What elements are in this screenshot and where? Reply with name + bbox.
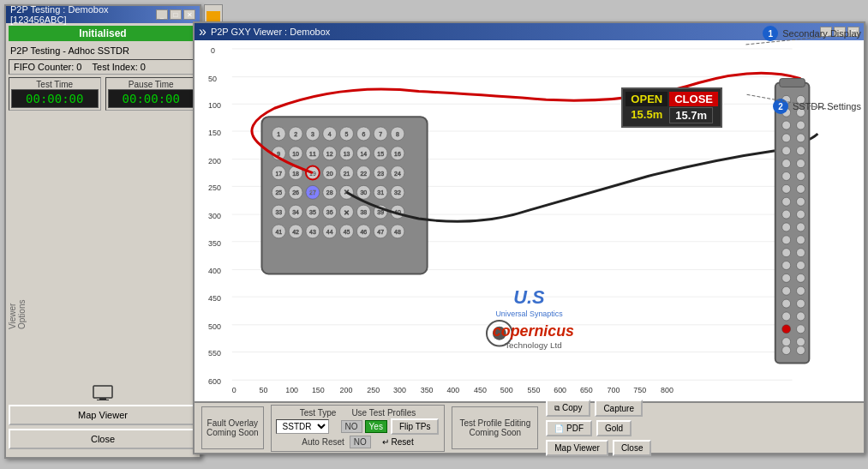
svg-text:750: 750 [633, 386, 646, 394]
svg-text:350: 350 [421, 386, 434, 394]
test-index-label: Test Index: [93, 62, 138, 72]
svg-text:50: 50 [259, 386, 267, 394]
svg-text:450: 450 [208, 294, 221, 303]
svg-text:200: 200 [340, 386, 353, 394]
gxy-close-button[interactable]: Close [613, 440, 652, 456]
gxy-map-viewer-button[interactable]: Map Viewer [546, 440, 608, 456]
svg-text:42: 42 [292, 229, 299, 235]
svg-text:20: 20 [326, 171, 333, 177]
svg-text:10: 10 [292, 151, 299, 157]
svg-rect-0 [93, 386, 112, 398]
main-titlebar: P2P Testing : Demobox [123456ABC] _ □ ✕ [6, 6, 200, 23]
yes-toggle[interactable]: NO [341, 420, 362, 433]
close-label: CLOSE [669, 92, 718, 106]
svg-text:17: 17 [275, 171, 282, 177]
svg-text:6: 6 [362, 131, 365, 137]
svg-text:300: 300 [208, 212, 221, 220]
gold-button[interactable]: Gold [596, 420, 632, 436]
test-profile-section: Test Profile Editing Coming Soon [452, 406, 538, 449]
svg-point-165 [782, 210, 791, 219]
svg-point-160 [797, 172, 805, 181]
oc-values: 15.5m 15.7m [626, 107, 718, 123]
callout-2-number: 2 [773, 99, 788, 114]
svg-text:35: 35 [309, 209, 316, 215]
viewer-options-label: Viewer Options [6, 291, 28, 334]
svg-text:18: 18 [292, 171, 299, 177]
restore-button[interactable]: □ [170, 9, 182, 20]
test-time-value: 00:00:00 [11, 89, 99, 108]
close-button[interactable]: ✕ [183, 9, 195, 20]
fault-overlay-sub: Coming Soon [207, 428, 259, 437]
svg-text:12: 12 [326, 151, 333, 157]
svg-text:13: 13 [344, 151, 350, 157]
pause-time-value: 00:00:00 [108, 89, 195, 108]
open-close-display: OPEN CLOSE 15.5m 15.7m [621, 87, 722, 128]
svg-point-174 [797, 262, 805, 270]
svg-text:16: 16 [394, 151, 401, 157]
svg-text:700: 700 [608, 386, 620, 394]
svg-text:U.S: U.S [513, 286, 545, 308]
svg-text:3: 3 [311, 131, 314, 137]
svg-text:600: 600 [208, 377, 221, 386]
svg-text:550: 550 [208, 349, 221, 358]
pdf-button[interactable]: 📄 PDF [546, 420, 592, 436]
fifo-value: 0 [76, 62, 81, 72]
svg-point-176 [797, 274, 805, 282]
gxy-title: P2P GXY Viewer : Demobox [211, 27, 330, 37]
svg-text:500: 500 [208, 322, 221, 331]
svg-text:350: 350 [208, 239, 221, 248]
svg-text:27: 27 [309, 189, 316, 195]
svg-point-182 [797, 312, 805, 321]
flip-tps-button[interactable]: Flip TPs [391, 418, 440, 435]
capture-button[interactable]: Capture [595, 400, 643, 417]
svg-point-181 [782, 312, 791, 321]
svg-point-151 [782, 121, 791, 129]
svg-rect-2 [97, 400, 109, 400]
svg-text:22: 22 [360, 171, 367, 177]
test-time-label: Test Time [11, 80, 99, 89]
svg-text:21: 21 [344, 171, 350, 177]
svg-text:✕: ✕ [344, 209, 350, 217]
copy-button[interactable]: ⧉ Copy [546, 400, 590, 417]
svg-point-175 [782, 274, 791, 282]
gxy-canvas: 0 50 100 150 200 250 300 350 400 450 500… [195, 40, 864, 401]
svg-text:24: 24 [394, 171, 401, 177]
svg-point-163 [782, 197, 791, 206]
top-action-row: ⧉ Copy Capture [545, 399, 652, 418]
svg-point-156 [797, 147, 805, 155]
use-profiles-label: Use Test Profiles [351, 408, 416, 418]
callout-2-label: SSTDR Settings [793, 101, 861, 111]
svg-text:41: 41 [275, 229, 282, 235]
fault-overlay-label: Fault Overlay [207, 418, 258, 428]
test-type-controls: SSTDR NO Yes Flip TPs [276, 418, 440, 436]
callout-secondary: 1 Secondary Display [763, 26, 861, 41]
svg-text:38: 38 [360, 209, 367, 215]
auto-reset-no[interactable]: NO [350, 436, 371, 448]
main-title: P2P Testing : Demobox [123456ABC] [10, 4, 156, 25]
svg-text:550: 550 [528, 386, 541, 394]
minimize-button[interactable]: _ [156, 9, 168, 20]
svg-point-154 [797, 134, 805, 142]
svg-text:30: 30 [360, 189, 367, 195]
test-profile-label: Test Profile Editing [459, 418, 530, 428]
svg-text:400: 400 [446, 386, 459, 394]
svg-point-170 [797, 236, 805, 244]
test-type-section: Test Type Use Test Profiles SSTDR NO Yes… [271, 405, 446, 452]
svg-point-161 [782, 184, 791, 193]
svg-text:44: 44 [326, 229, 333, 235]
svg-point-173 [782, 262, 791, 270]
test-profile-sub: Coming Soon [470, 428, 522, 437]
test-type-select[interactable]: SSTDR [276, 419, 329, 434]
titlebar-buttons: _ □ ✕ [156, 9, 195, 20]
svg-text:500: 500 [500, 386, 513, 394]
reset-button[interactable]: ↵ Reset [382, 437, 414, 447]
svg-text:400: 400 [208, 267, 221, 275]
close-main-button[interactable]: Close [9, 429, 197, 449]
svg-text:150: 150 [312, 386, 325, 394]
svg-point-184 [797, 325, 805, 334]
svg-text:26: 26 [292, 189, 299, 195]
auto-reset-label: Auto Reset [302, 437, 344, 447]
yes-label[interactable]: Yes [365, 420, 387, 433]
svg-text:32: 32 [394, 189, 401, 195]
map-viewer-button[interactable]: Map Viewer [9, 405, 197, 425]
